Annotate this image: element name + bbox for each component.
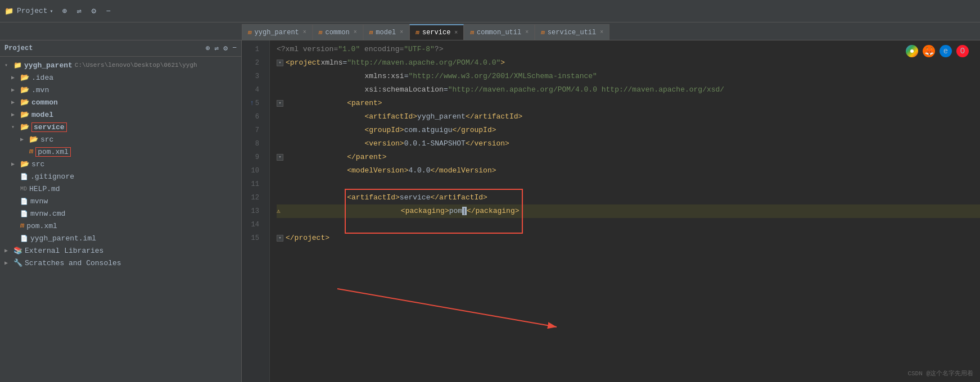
watermark: CSDN @这个名字先用着: [907, 369, 973, 378]
arrow-icon: ▾: [4, 62, 12, 69]
tree-item-src[interactable]: ▶ 📂 src: [0, 158, 241, 170]
code-line-2: ▾ <project xmlns="http://maven.apache.or…: [277, 56, 980, 70]
item-label: pom.xml: [26, 222, 57, 230]
code-line-6: <artifactId>yygh_parent</artifactId>: [277, 110, 980, 124]
fold-marker[interactable]: ▾: [277, 100, 283, 107]
tab-close-icon[interactable]: ×: [525, 29, 529, 35]
tree-item-service-pom[interactable]: ▶ m pom.xml: [0, 145, 241, 158]
header-icon-3[interactable]: ⚙: [223, 44, 228, 53]
arrow-icon: ▶: [4, 247, 12, 254]
sidebar-header: Project ⊕ ⇌ ⚙ −: [0, 40, 241, 57]
line-num-5: ↑ 5: [242, 97, 264, 110]
project-label[interactable]: Project: [17, 7, 48, 15]
file-icon: 📄: [20, 235, 28, 242]
header-icon-1[interactable]: ⊕: [206, 44, 210, 53]
line-num-15: 15: [242, 231, 264, 245]
tree-item-gitignore[interactable]: ▶ 📄 .gitignore: [0, 170, 241, 183]
line-num-11: 11: [242, 178, 264, 191]
item-label: .gitignore: [30, 172, 74, 181]
tab-model[interactable]: m model ×: [363, 24, 410, 40]
tab-close-icon[interactable]: ×: [354, 29, 357, 35]
tab-label: yygh_parent: [255, 29, 299, 37]
code-area[interactable]: <?xml version="1.0" encoding="UTF-8"?> ▾…: [270, 40, 980, 382]
editor[interactable]: 🦊 e O 1 2 3 4 ↑ 5 6 7 8 9 10 11 12: [242, 40, 980, 382]
arrow-icon: ▶: [11, 161, 19, 167]
tree-item-mvnw[interactable]: ▶ 📄 mvnw: [0, 195, 241, 207]
fold-marker[interactable]: ▾: [277, 235, 283, 242]
sync-icon[interactable]: ⇌: [75, 7, 84, 16]
tab-m-icon: m: [369, 29, 373, 36]
fold-marker[interactable]: ▾: [277, 154, 283, 161]
tree-item-pom-xml[interactable]: ▶ m pom.xml: [0, 220, 241, 232]
tab-bar: m yygh_parent × m common × m model × m s…: [0, 22, 980, 40]
main-area: Project ⊕ ⇌ ⚙ − ▾ 📁 yygh_parent C:\Users…: [0, 40, 980, 382]
pom-icon: m: [20, 222, 24, 230]
tree-item-model[interactable]: ▶ 📂 model: [0, 108, 241, 121]
tab-yygh_parent[interactable]: m yygh_parent ×: [242, 24, 313, 40]
line-num-13: 13: [242, 204, 264, 218]
tree-item-mvnw-cmd[interactable]: ▶ 📄 mvnw.cmd: [0, 207, 241, 220]
root-path: C:\Users\lenovo\Desktop\0621\yygh: [75, 62, 197, 69]
header-icon-2[interactable]: ⇌: [215, 44, 219, 53]
item-label: .mvn: [31, 86, 49, 94]
tab-service[interactable]: m service ×: [409, 24, 464, 40]
top-bar: 📁 Project ▾ ⊕ ⇌ ⚙ −: [0, 0, 980, 22]
code-line-1: <?xml version="1.0" encoding="UTF-8"?>: [277, 43, 980, 56]
header-icon-4[interactable]: −: [232, 44, 237, 53]
item-label: yygh_parent: [24, 61, 73, 70]
tree-item-idea[interactable]: ▶ 📂 .idea: [0, 71, 241, 84]
tree-item-external-libs[interactable]: ▶ 📚 External Libraries: [0, 244, 241, 257]
minimize-icon[interactable]: −: [104, 7, 113, 16]
item-label: model: [31, 111, 53, 119]
folder-icon: 📂: [29, 135, 38, 144]
tree-item-help-md[interactable]: ▶ MD HELP.md: [0, 183, 241, 195]
settings-icon[interactable]: ⚙: [89, 7, 98, 16]
pom-icon: m: [29, 148, 33, 156]
tab-label: common_util: [477, 29, 521, 37]
tree-item-scratches[interactable]: ▶ 🔧 Scratches and Consoles: [0, 257, 241, 269]
tab-common[interactable]: m common ×: [313, 24, 363, 40]
item-label: mvnw.cmd: [30, 210, 65, 218]
tree-item-common[interactable]: ▶ 📂 common: [0, 96, 241, 108]
arrow-icon: ▶: [20, 136, 28, 143]
tree-item-service[interactable]: ▾ 📂 service: [0, 121, 241, 133]
tab-close-icon[interactable]: ×: [454, 30, 458, 36]
editor-content: 1 2 3 4 ↑ 5 6 7 8 9 10 11 12 13 14 15: [242, 40, 980, 382]
tab-service_util[interactable]: m service_util ×: [535, 24, 609, 40]
xml-content: <?xml version="1.0" encoding="UTF-8"?>: [277, 43, 443, 56]
fold-marker[interactable]: ▾: [277, 60, 283, 66]
tree-item-yygh_parent[interactable]: ▾ 📁 yygh_parent C:\Users\lenovo\Desktop\…: [0, 59, 241, 71]
item-label: Scratches and Consoles: [25, 259, 121, 267]
arrow-icon: ▾: [11, 124, 19, 130]
tree-item-iml[interactable]: ▶ 📄 yygh_parent.iml: [0, 232, 241, 244]
line-num-10: 10: [242, 164, 264, 178]
tab-m-icon: m: [248, 29, 252, 36]
item-label: src: [31, 160, 44, 169]
folder-icon: 📁: [13, 61, 22, 70]
add-icon[interactable]: ⊕: [60, 7, 69, 16]
libs-icon: 📚: [13, 246, 22, 255]
tab-close-icon[interactable]: ×: [303, 29, 306, 35]
code-line-8: <version>0.0.1-SNAPSHOT</version>: [277, 137, 980, 151]
tab-label: service: [422, 29, 450, 37]
tab-close-icon[interactable]: ×: [400, 29, 403, 35]
folder-icon: 📂: [20, 98, 29, 107]
item-label: .idea: [31, 74, 53, 82]
item-label-pom: pom.xml: [38, 148, 69, 156]
file-icon: 📄: [20, 198, 28, 205]
tab-close-icon[interactable]: ×: [600, 29, 603, 35]
folder-icon: 📂: [20, 73, 29, 82]
line-num-2: 2: [242, 56, 264, 70]
top-bar-icons: ⊕ ⇌ ⚙ −: [60, 7, 113, 16]
folder-icon: 📂: [20, 122, 29, 131]
line-num-7: 7: [242, 124, 264, 137]
arrow-icon: ▶: [4, 260, 12, 266]
tree-item-service-src[interactable]: ▶ 📂 src: [0, 133, 241, 145]
line-num-12: 12: [242, 191, 264, 204]
item-label: mvnw: [30, 197, 48, 206]
tree-item-mvn[interactable]: ▶ 📂 .mvn: [0, 84, 241, 96]
chevron-down-icon[interactable]: ▾: [50, 8, 53, 15]
tab-common_util[interactable]: m common_util ×: [464, 24, 535, 40]
folder-icon: 📂: [20, 85, 29, 94]
file-icon: 📄: [20, 210, 28, 217]
